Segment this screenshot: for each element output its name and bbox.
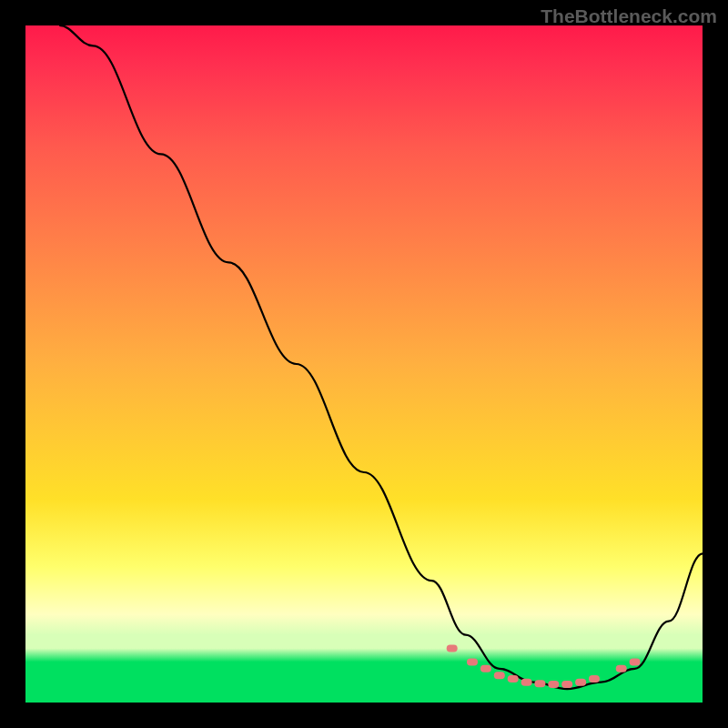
marker-point	[534, 680, 545, 687]
marker-point	[447, 645, 458, 652]
marker-point	[575, 679, 586, 686]
chart-svg	[25, 25, 703, 703]
marker-point	[508, 675, 519, 682]
watermark-text: TheBottleneck.com	[541, 5, 717, 27]
marker-point	[521, 679, 532, 686]
marker-point	[616, 665, 627, 672]
plot-area	[25, 25, 703, 703]
marker-point	[561, 681, 572, 688]
main-curve	[59, 25, 703, 689]
marker-point	[630, 658, 641, 665]
marker-point	[467, 658, 478, 665]
marker-point	[548, 681, 559, 688]
marker-point	[480, 665, 491, 672]
marker-point	[589, 675, 600, 682]
marker-group	[447, 645, 641, 688]
marker-point	[494, 672, 505, 679]
